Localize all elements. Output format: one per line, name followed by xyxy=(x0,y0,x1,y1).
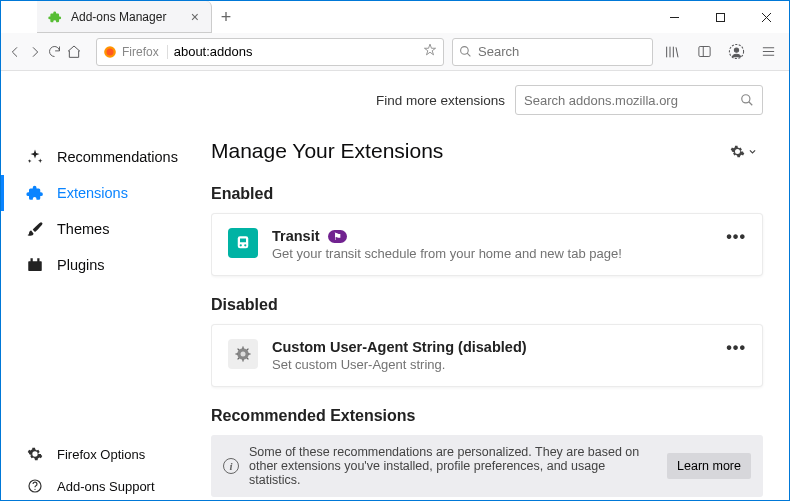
sidebar-item-recommendations[interactable]: Recommendations xyxy=(1,139,211,175)
svg-point-5 xyxy=(107,48,114,55)
sidebar-item-plugins[interactable]: Plugins xyxy=(1,247,211,283)
addons-search-input[interactable] xyxy=(524,93,734,108)
addons-search[interactable] xyxy=(515,85,763,115)
svg-point-6 xyxy=(461,47,469,55)
sidebar-item-label: Themes xyxy=(57,221,109,237)
puzzle-icon xyxy=(25,183,45,203)
svg-point-28 xyxy=(240,244,242,246)
new-tab-button[interactable]: + xyxy=(212,1,240,33)
sparkle-icon xyxy=(25,147,45,167)
sidebar-toggle-button[interactable] xyxy=(689,37,719,67)
brush-icon xyxy=(25,219,45,239)
sidebar-item-label: Recommendations xyxy=(57,149,178,165)
titlebar: Add-ons Manager × + xyxy=(1,1,789,33)
plugin-icon xyxy=(25,255,45,275)
extension-card-transit[interactable]: Transit ⚑ Get your transit schedule from… xyxy=(211,213,763,276)
extension-more-button[interactable]: ••• xyxy=(726,228,746,246)
svg-point-23 xyxy=(34,489,35,490)
firefox-icon xyxy=(103,45,117,59)
menu-button[interactable] xyxy=(753,37,783,67)
search-icon xyxy=(459,45,472,58)
forward-button[interactable] xyxy=(27,37,43,67)
svg-point-24 xyxy=(742,95,750,103)
extension-more-button[interactable]: ••• xyxy=(726,339,746,357)
svg-line-25 xyxy=(749,102,753,106)
gear-icon xyxy=(730,144,745,159)
extension-description: Set custom User-Agent string. xyxy=(272,357,712,372)
window-close-button[interactable] xyxy=(743,1,789,33)
svg-rect-1 xyxy=(716,13,724,21)
svg-line-11 xyxy=(676,47,678,57)
profile-button[interactable] xyxy=(721,37,751,67)
svg-point-15 xyxy=(734,48,738,52)
tab-title: Add-ons Manager xyxy=(71,10,166,24)
search-input[interactable] xyxy=(478,44,646,59)
svg-point-29 xyxy=(244,244,246,246)
custom-ua-icon xyxy=(228,339,258,369)
sidebar-item-label: Plugins xyxy=(57,257,105,273)
minimize-button[interactable] xyxy=(651,1,697,33)
recommended-badge-icon: ⚑ xyxy=(328,230,347,243)
info-icon: i xyxy=(223,458,239,474)
sidebar-footer-label: Firefox Options xyxy=(57,447,145,462)
find-more-label: Find more extensions xyxy=(376,93,505,108)
reload-button[interactable] xyxy=(47,37,62,67)
sidebar-item-themes[interactable]: Themes xyxy=(1,211,211,247)
svg-line-7 xyxy=(467,53,470,56)
browser-tab[interactable]: Add-ons Manager × xyxy=(37,1,212,33)
svg-line-36 xyxy=(238,349,240,351)
sidebar-footer-options[interactable]: Firefox Options xyxy=(1,438,211,470)
svg-point-31 xyxy=(241,352,246,357)
url-input[interactable] xyxy=(174,44,417,59)
section-disabled-title: Disabled xyxy=(211,296,763,314)
svg-rect-20 xyxy=(31,258,33,262)
tab-close-button[interactable]: × xyxy=(187,9,203,25)
transit-icon xyxy=(228,228,258,258)
search-icon xyxy=(740,93,754,107)
puzzle-icon xyxy=(47,9,63,25)
toolbar: Firefox xyxy=(1,33,789,71)
svg-rect-21 xyxy=(37,258,39,262)
extension-name: Transit xyxy=(272,228,320,244)
gear-icon xyxy=(25,444,45,464)
sidebar: Recommendations Extensions Themes Plugin… xyxy=(1,71,211,501)
svg-line-38 xyxy=(238,358,240,360)
recommendation-info-bar: i Some of these recommendations are pers… xyxy=(211,435,763,497)
url-bar[interactable]: Firefox xyxy=(96,38,444,66)
svg-rect-12 xyxy=(698,47,709,57)
learn-more-button[interactable]: Learn more xyxy=(667,453,751,479)
svg-rect-27 xyxy=(240,239,246,243)
sidebar-item-extensions[interactable]: Extensions xyxy=(1,175,211,211)
library-button[interactable] xyxy=(657,37,687,67)
help-icon xyxy=(25,476,45,496)
bookmark-star-icon[interactable] xyxy=(423,43,437,61)
sidebar-footer-support[interactable]: Add-ons Support xyxy=(1,470,211,501)
section-enabled-title: Enabled xyxy=(211,185,763,203)
page-title: Manage Your Extensions xyxy=(211,139,443,163)
sidebar-footer-label: Add-ons Support xyxy=(57,479,155,494)
extension-name: Custom User-Agent String (disabled) xyxy=(272,339,712,355)
home-button[interactable] xyxy=(66,37,82,67)
svg-rect-19 xyxy=(28,261,42,271)
section-recommended-title: Recommended Extensions xyxy=(211,407,763,425)
extension-card-custom-ua[interactable]: Custom User-Agent String (disabled) Set … xyxy=(211,324,763,387)
maximize-button[interactable] xyxy=(697,1,743,33)
info-text: Some of these recommendations are person… xyxy=(249,445,657,487)
identity-box[interactable]: Firefox xyxy=(103,45,168,59)
page-options-button[interactable] xyxy=(724,140,763,163)
back-button[interactable] xyxy=(7,37,23,67)
svg-line-39 xyxy=(247,349,249,351)
main-content: Find more extensions Manage Your Extensi… xyxy=(211,71,789,501)
sidebar-item-label: Extensions xyxy=(57,185,128,201)
chevron-down-icon xyxy=(748,147,757,156)
search-bar[interactable] xyxy=(452,38,653,66)
svg-line-37 xyxy=(247,358,249,360)
extension-description: Get your transit schedule from your home… xyxy=(272,246,712,261)
